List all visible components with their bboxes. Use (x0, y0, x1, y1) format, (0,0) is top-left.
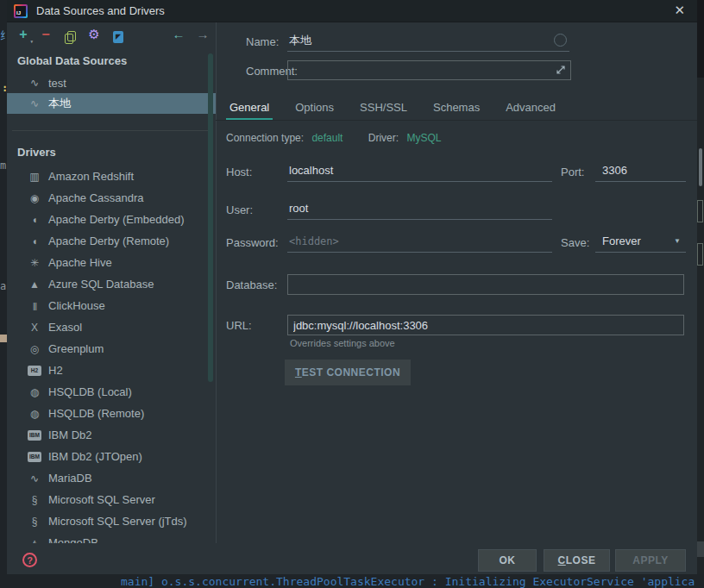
ok-button[interactable]: OK (478, 549, 537, 572)
tab-schemas[interactable]: Schemas (430, 97, 483, 121)
drivers-header: Drivers (17, 146, 56, 159)
gear-icon[interactable]: ⚙ (86, 24, 102, 45)
driver-item-apache-hive[interactable]: ✳ Apache Hive (7, 252, 216, 273)
driver-label: Apache Cassandra (48, 191, 144, 204)
amazon-redshift-icon: ▥ (28, 171, 41, 183)
remove-icon[interactable]: − (38, 24, 53, 45)
close-icon[interactable]: ✕ (674, 3, 685, 18)
expand-icon[interactable] (556, 65, 566, 75)
apache-derby-icon: ◖ (28, 235, 41, 247)
dialog-title: Data Sources and Drivers (36, 4, 165, 17)
tree-scrollbar[interactable] (208, 53, 213, 382)
password-input[interactable] (287, 230, 552, 253)
url-label: URL: (226, 319, 252, 332)
driver-item-ibm-db2-jtopen[interactable]: IBM IBM Db2 (JTOpen) (7, 446, 216, 467)
driver-item-azure-sql[interactable]: ▲ Azure SQL Database (7, 273, 216, 295)
h2-icon: H2 (28, 366, 41, 376)
apache-derby-icon: ◖ (28, 214, 41, 226)
chevron-down-icon: ▼ (674, 230, 681, 253)
driver-label: Microsoft SQL Server (jTds) (48, 515, 187, 528)
mysql-dolphin-icon: ∿ (28, 97, 41, 109)
driver-label: MongoDB (48, 536, 98, 543)
hsqldb-icon: ◍ (28, 408, 41, 420)
driver-item-apache-derby-remote[interactable]: ◖ Apache Derby (Remote) (7, 230, 216, 252)
host-label: Host: (226, 166, 252, 178)
driver-item-hsqldb-local[interactable]: ◍ HSQLDB (Local) (7, 381, 216, 403)
driver-label: Apache Derby (Remote) (48, 235, 169, 247)
port-input[interactable] (595, 160, 686, 182)
hsqldb-icon: ◍ (28, 386, 41, 398)
source-item-bendi[interactable]: ∿ 本地 (7, 93, 216, 114)
tab-advanced[interactable]: Advanced (502, 97, 559, 121)
driver-item-apache-cassandra[interactable]: ◉ Apache Cassandra (7, 187, 216, 209)
driver-value-link[interactable]: MySQL (406, 132, 441, 144)
tree-separator (12, 130, 209, 131)
mariadb-icon: ∿ (28, 472, 41, 485)
driver-label: IBM Db2 (48, 428, 92, 441)
driver-label: Microsoft SQL Server (48, 493, 155, 506)
comment-input[interactable] (287, 60, 571, 80)
driver-item-ibm-db2[interactable]: IBM IBM Db2 (7, 424, 216, 446)
close-button[interactable]: CLOSE (544, 549, 610, 572)
add-dropdown-caret-icon: ▾ (30, 40, 33, 44)
greenplum-icon: ◎ (28, 343, 41, 355)
background-right-strip (697, 0, 704, 588)
add-icon[interactable]: +▾ (16, 24, 31, 45)
tab-options[interactable]: Options (292, 97, 337, 121)
driver-item-clickhouse[interactable]: ||| ClickHouse (7, 295, 216, 316)
connection-type-row: Connection type: default Driver: MySQL (226, 132, 441, 144)
exasol-icon: X (28, 322, 41, 334)
driver-item-mssql[interactable]: § Microsoft SQL Server (7, 489, 216, 510)
apply-button: APPLY (615, 549, 686, 572)
user-input[interactable] (287, 197, 552, 220)
driver-item-h2[interactable]: H2 H2 (7, 360, 216, 381)
driver-item-hsqldb-remote[interactable]: ◍ HSQLDB (Remote) (7, 403, 216, 424)
save-label: Save: (561, 236, 589, 249)
driver-label: Apache Derby (Embedded) (48, 213, 185, 226)
connection-form: Name: Comment: General Options SSH/SSL S… (216, 22, 697, 543)
background-text-fragment: m (0, 160, 6, 172)
driver-item-amazon-redshift[interactable]: ▥ Amazon Redshift (7, 166, 216, 187)
driver-item-mariadb[interactable]: ∿ MariaDB (7, 467, 216, 489)
url-input[interactable] (287, 315, 684, 335)
connection-type-value[interactable]: default (311, 132, 343, 144)
tab-ssh-ssl[interactable]: SSH/SSL (356, 97, 411, 121)
driver-item-mssql-jtds[interactable]: § Microsoft SQL Server (jTds) (7, 510, 216, 532)
data-sources-dialog: IJ Data Sources and Drivers ✕ +▾ − ⚙ ◤ ←… (7, 0, 697, 574)
forward-arrow-icon[interactable]: → (195, 24, 211, 45)
driver-label: HSQLDB (Local) (48, 385, 132, 398)
name-label: Name: (246, 35, 279, 48)
name-input[interactable] (287, 29, 569, 52)
host-input[interactable] (287, 160, 552, 182)
apache-cassandra-icon: ◉ (28, 192, 41, 204)
data-source-tree: Global Data Sources ∿ test ∿ 本地 Drivers (7, 47, 216, 543)
duplicate-icon[interactable] (62, 24, 78, 45)
back-arrow-icon[interactable]: ← (171, 24, 186, 45)
tree-toolbar: +▾ − ⚙ ◤ ← → (12, 24, 216, 47)
driver-label: H2 (48, 364, 63, 377)
driver-label: Greenplum (48, 342, 104, 355)
driver-label: Amazon Redshift (48, 170, 134, 183)
driver-label: ClickHouse (48, 299, 105, 312)
source-item-test[interactable]: ∿ test (7, 72, 216, 93)
sources-list: ∿ test ∿ 本地 (7, 72, 216, 114)
test-connection-button[interactable]: TEST CONNECTION (285, 360, 411, 385)
refresh-circle-icon (554, 34, 567, 47)
database-input[interactable] (287, 274, 684, 295)
dialog-titlebar: IJ Data Sources and Drivers ✕ (7, 0, 697, 22)
driver-item-greenplum[interactable]: ◎ Greenplum (7, 338, 216, 360)
azure-sql-icon: ▲ (28, 278, 41, 291)
ibm-db2-icon: IBM (28, 430, 41, 441)
driver-properties-icon[interactable]: ◤ (110, 24, 126, 45)
save-dropdown[interactable]: Forever ▼ (595, 230, 686, 253)
connection-type-label: Connection type: (226, 132, 304, 144)
background-console: main] o.s.s.concurrent.ThreadPoolTaskExe… (0, 574, 704, 588)
help-icon[interactable]: ? (22, 553, 37, 567)
driver-item-apache-derby-embedded[interactable]: ◖ Apache Derby (Embedded) (7, 209, 216, 230)
driver-label: MariaDB (48, 472, 92, 485)
background-strip (0, 335, 7, 342)
driver-item-mongodb[interactable]: ◭ MongoDB (7, 532, 216, 543)
screen: 纟:ma:Ltanaer/n main] o.s.s.concurrent.Th… (0, 0, 704, 588)
tab-general[interactable]: General (226, 97, 273, 121)
driver-item-exasol[interactable]: X Exasol (7, 316, 216, 338)
